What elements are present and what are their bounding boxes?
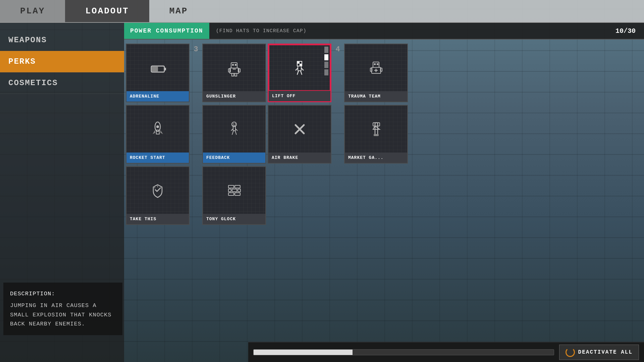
svg-rect-34 — [298, 66, 301, 71]
col-3-number: 3 — [191, 44, 201, 54]
perk-lift-off[interactable]: LIFT OFF — [268, 44, 331, 102]
perk-adrenaline-icon-area — [126, 44, 189, 91]
svg-rect-19 — [233, 127, 235, 131]
perk-rocket-start[interactable]: ROCKET START — [126, 105, 190, 164]
nav-map[interactable]: MAP — [149, 0, 208, 22]
svg-rect-18 — [232, 125, 236, 126]
progress-bar-container — [253, 349, 554, 355]
perk-take-this-label: TAKE THIS — [126, 214, 189, 224]
gunslinger-icon — [225, 59, 244, 77]
description-text: JUMPING IN AIR CAUSES A SMALL EXPLOSION … — [10, 301, 116, 328]
svg-rect-16 — [233, 123, 234, 125]
col-4-number: 4 — [333, 44, 342, 54]
perk-col-1: ADRENALINE ROCKET START — [126, 44, 190, 225]
perk-feedback-icon-area — [203, 106, 265, 153]
svg-rect-48 — [380, 68, 382, 71]
perk-market-ga-label: MARKET GA... — [345, 153, 407, 163]
perk-market-ga-icon-area — [345, 106, 407, 153]
perk-tony-glock-icon-area — [203, 167, 265, 214]
perk-col-4: TRAUMA TEAM MARKET GA... — [344, 44, 408, 164]
perk-tony-glock-label: TONY GLOCK — [203, 214, 265, 224]
nav-loadout[interactable]: LOADOUT — [65, 0, 149, 22]
svg-rect-29 — [228, 193, 234, 195]
perk-rocket-start-icon-area — [126, 106, 189, 153]
perk-market-ga[interactable]: MARKET GA... — [344, 105, 408, 164]
svg-rect-33 — [300, 64, 302, 66]
perk-lift-off-icon-area — [269, 45, 330, 91]
svg-line-35 — [296, 68, 298, 70]
rocket-icon — [149, 120, 167, 138]
armor-icon — [149, 181, 167, 200]
sidebar-perks[interactable]: PERKS — [0, 51, 124, 72]
market-ga-icon — [367, 120, 385, 138]
svg-rect-28 — [238, 189, 240, 192]
description-title: DESCRIPTION: — [10, 289, 116, 298]
svg-point-5 — [156, 125, 159, 128]
trauma-team-icon — [367, 59, 385, 77]
sidebar-cosmetics[interactable]: COSMETICS — [0, 72, 124, 94]
perk-feedback-label: FEEDBACK — [203, 153, 265, 163]
progress-bar-fill — [254, 350, 353, 355]
svg-line-22 — [232, 131, 233, 135]
description-box: DESCRIPTION: JUMPING IN AIR CAUSES A SMA… — [3, 283, 122, 335]
air-brake-icon — [290, 120, 309, 138]
svg-rect-32 — [297, 61, 300, 64]
perk-air-brake[interactable]: AIR BRAKE — [268, 105, 331, 164]
svg-rect-30 — [235, 193, 240, 195]
svg-rect-12 — [232, 73, 234, 76]
perk-tony-glock[interactable]: TONY GLOCK — [202, 166, 266, 225]
svg-line-38 — [301, 71, 302, 75]
perk-gunslinger-icon-area — [203, 44, 265, 91]
perk-take-this[interactable]: TAKE THIS — [126, 166, 190, 225]
perk-lift-off-label: LIFT OFF — [269, 91, 330, 101]
perk-col-3: LIFT OFF AIR BRAKE — [268, 44, 331, 164]
power-bar: POWER CONSUMPTION (FIND HATS TO INCREASE… — [124, 23, 644, 40]
power-hint: (FIND HATS TO INCREASE CAP) — [209, 28, 313, 34]
svg-line-37 — [297, 71, 299, 75]
deactivate-all-button[interactable]: DEACTIVATE ALL — [559, 345, 639, 360]
svg-rect-7 — [232, 64, 234, 66]
perk-col-2: GUNSLINGER — [202, 44, 266, 225]
svg-rect-47 — [370, 68, 372, 71]
left-sidebar: WEAPONS PERKS COSMETICS DESCRIPTION: JUM… — [0, 23, 124, 362]
sidebar-weapons[interactable]: WEAPONS — [0, 29, 124, 51]
adrenaline-icon — [149, 59, 167, 77]
deactivate-label: DEACTIVATE ALL — [578, 349, 633, 355]
svg-rect-43 — [377, 63, 378, 65]
main-content: POWER CONSUMPTION (FIND HATS TO INCREASE… — [124, 23, 644, 362]
bottom-bar: DEACTIVATE ALL — [248, 342, 644, 362]
perk-take-this-icon-area — [126, 167, 189, 214]
power-count: 10/30 — [615, 27, 644, 35]
svg-rect-25 — [235, 185, 240, 188]
svg-line-36 — [301, 68, 304, 70]
svg-line-23 — [235, 131, 236, 135]
svg-rect-1 — [164, 68, 166, 70]
svg-rect-17 — [235, 123, 236, 125]
svg-rect-42 — [374, 63, 376, 65]
perk-trauma-team-icon-area — [345, 44, 407, 91]
power-label: POWER CONSUMPTION — [124, 23, 209, 39]
svg-rect-26 — [228, 189, 231, 192]
lift-off-side-indicators — [323, 45, 330, 77]
perk-gunslinger-label: GUNSLINGER — [203, 91, 265, 102]
svg-rect-27 — [232, 189, 237, 192]
lift-off-icon — [290, 59, 309, 77]
perk-adrenaline-label: ADRENALINE — [126, 91, 189, 102]
deactivate-icon — [566, 348, 575, 357]
perk-gunslinger[interactable]: GUNSLINGER — [202, 44, 266, 102]
perk-grid-container: ADRENALINE ROCKET START — [124, 40, 644, 342]
svg-rect-8 — [235, 64, 236, 66]
perk-trauma-team[interactable]: TRAUMA TEAM — [344, 44, 408, 102]
svg-rect-2 — [152, 67, 158, 71]
bricks-icon — [225, 181, 244, 200]
perk-adrenaline[interactable]: ADRENALINE — [126, 44, 190, 102]
perk-feedback[interactable]: FEEDBACK — [202, 105, 266, 164]
nav-play[interactable]: PLAY — [0, 0, 65, 22]
feedback-icon — [225, 120, 244, 138]
svg-rect-14 — [233, 68, 236, 70]
svg-rect-51 — [374, 134, 379, 136]
top-navigation: PLAY LOADOUT MAP — [0, 0, 644, 23]
perk-trauma-team-label: TRAUMA TEAM — [345, 91, 407, 102]
perk-rocket-start-label: ROCKET START — [126, 153, 189, 163]
svg-rect-24 — [228, 185, 234, 188]
